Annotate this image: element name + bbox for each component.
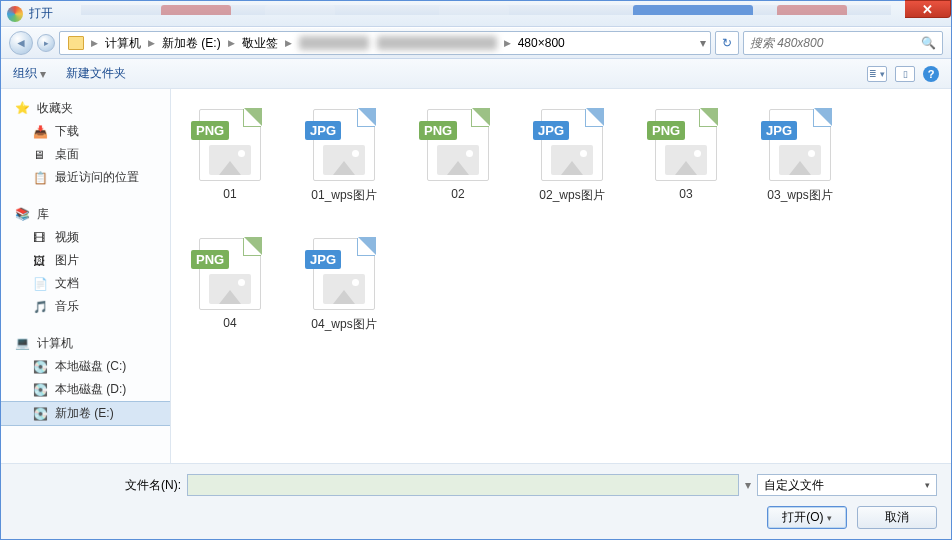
file-thumbnail: JPG bbox=[309, 103, 379, 181]
file-grid: PNG01JPG01_wps图片PNG02JPG02_wps图片PNG03JPG… bbox=[171, 89, 951, 463]
filetype-badge: PNG bbox=[191, 121, 229, 140]
bottom-bar: 文件名(N): ▾ 自定义文件▾ 打开(O) ▾ 取消 bbox=[1, 463, 951, 539]
file-name: 01 bbox=[223, 187, 236, 201]
library-icon: 📚 bbox=[15, 207, 31, 223]
sidebar-item-downloads[interactable]: 📥下载 bbox=[1, 120, 170, 143]
view-options-button[interactable]: ≣ ▾ bbox=[867, 66, 887, 82]
sidebar: ⭐ 收藏夹 📥下载 🖥桌面 📋最近访问的位置 📚 库 🎞视频 🖼图片 📄文档 🎵… bbox=[1, 89, 171, 463]
drive-icon: 💽 bbox=[33, 360, 49, 374]
chevron-down-icon[interactable]: ▾ bbox=[700, 36, 706, 50]
breadcrumb-item[interactable]: 新加卷 (E:) bbox=[158, 32, 225, 54]
filetype-select[interactable]: 自定义文件▾ bbox=[757, 474, 937, 496]
open-button[interactable]: 打开(O) ▾ bbox=[767, 506, 847, 529]
download-icon: 📥 bbox=[33, 125, 49, 139]
video-icon: 🎞 bbox=[33, 231, 49, 245]
sidebar-libraries-header[interactable]: 📚 库 bbox=[1, 203, 170, 226]
file-item[interactable]: PNG03 bbox=[643, 103, 729, 204]
breadcrumb-item[interactable]: 计算机 bbox=[101, 32, 145, 54]
sidebar-favorites-header[interactable]: ⭐ 收藏夹 bbox=[1, 97, 170, 120]
file-thumbnail: PNG bbox=[195, 103, 265, 181]
filename-label: 文件名(N): bbox=[125, 477, 181, 494]
drive-icon: 💽 bbox=[33, 383, 49, 397]
desktop-icon: 🖥 bbox=[33, 148, 49, 162]
sidebar-computer-header[interactable]: 💻 计算机 bbox=[1, 332, 170, 355]
filetype-badge: JPG bbox=[305, 121, 341, 140]
help-icon[interactable]: ? bbox=[923, 66, 939, 82]
nav-bar: ◄ ▸ ▶ 计算机 ▶ 新加卷 (E:) ▶ 敬业签 ▶ ▶ 480×800 ▾… bbox=[1, 27, 951, 59]
file-name: 04 bbox=[223, 316, 236, 330]
forward-button[interactable]: ▸ bbox=[37, 34, 55, 52]
file-name: 03_wps图片 bbox=[767, 187, 832, 204]
refresh-button[interactable]: ↻ bbox=[715, 31, 739, 55]
close-button[interactable]: ✕ bbox=[905, 0, 951, 18]
file-name: 03 bbox=[679, 187, 692, 201]
file-name: 01_wps图片 bbox=[311, 187, 376, 204]
file-item[interactable]: JPG01_wps图片 bbox=[301, 103, 387, 204]
search-icon: 🔍 bbox=[921, 36, 936, 50]
file-item[interactable]: JPG02_wps图片 bbox=[529, 103, 615, 204]
file-item[interactable]: JPG03_wps图片 bbox=[757, 103, 843, 204]
sidebar-item-drive-d[interactable]: 💽本地磁盘 (D:) bbox=[1, 378, 170, 401]
title-bar: 打开 ✕ bbox=[1, 1, 951, 27]
filename-input[interactable] bbox=[187, 474, 739, 496]
app-icon bbox=[7, 6, 23, 22]
recent-icon: 📋 bbox=[33, 171, 49, 185]
pictures-icon: 🖼 bbox=[33, 254, 49, 268]
music-icon: 🎵 bbox=[33, 300, 49, 314]
preview-pane-button[interactable]: ▯ bbox=[895, 66, 915, 82]
file-item[interactable]: JPG04_wps图片 bbox=[301, 232, 387, 333]
filetype-badge: JPG bbox=[533, 121, 569, 140]
filetype-badge: PNG bbox=[191, 250, 229, 269]
file-thumbnail: PNG bbox=[651, 103, 721, 181]
computer-icon: 💻 bbox=[15, 336, 31, 352]
open-dialog: 打开 ✕ ◄ ▸ ▶ 计算机 ▶ 新加卷 (E:) ▶ 敬业签 ▶ ▶ 480×… bbox=[0, 0, 952, 540]
file-item[interactable]: PNG01 bbox=[187, 103, 273, 204]
file-item[interactable]: PNG04 bbox=[187, 232, 273, 333]
file-thumbnail: JPG bbox=[765, 103, 835, 181]
file-thumbnail: PNG bbox=[423, 103, 493, 181]
filetype-badge: PNG bbox=[419, 121, 457, 140]
sidebar-item-recent[interactable]: 📋最近访问的位置 bbox=[1, 166, 170, 189]
breadcrumb-item-censored[interactable] bbox=[373, 32, 501, 54]
search-box[interactable]: 🔍 bbox=[743, 31, 943, 55]
organize-menu[interactable]: 组织 ▾ bbox=[13, 65, 46, 82]
window-title: 打开 bbox=[29, 5, 53, 22]
new-folder-button[interactable]: 新建文件夹 bbox=[66, 65, 126, 82]
chevron-down-icon[interactable]: ▾ bbox=[745, 478, 751, 492]
file-name: 02_wps图片 bbox=[539, 187, 604, 204]
file-name: 04_wps图片 bbox=[311, 316, 376, 333]
sidebar-item-drive-c[interactable]: 💽本地磁盘 (C:) bbox=[1, 355, 170, 378]
file-item[interactable]: PNG02 bbox=[415, 103, 501, 204]
file-name: 02 bbox=[451, 187, 464, 201]
file-thumbnail: JPG bbox=[309, 232, 379, 310]
cancel-button[interactable]: 取消 bbox=[857, 506, 937, 529]
sidebar-item-desktop[interactable]: 🖥桌面 bbox=[1, 143, 170, 166]
file-thumbnail: PNG bbox=[195, 232, 265, 310]
search-input[interactable] bbox=[750, 36, 910, 50]
breadcrumb-item[interactable]: 敬业签 bbox=[238, 32, 282, 54]
filetype-badge: JPG bbox=[305, 250, 341, 269]
breadcrumb[interactable]: ▶ 计算机 ▶ 新加卷 (E:) ▶ 敬业签 ▶ ▶ 480×800 ▾ bbox=[59, 31, 711, 55]
breadcrumb-item[interactable]: 480×800 bbox=[514, 32, 569, 54]
drive-icon: 💽 bbox=[33, 407, 49, 421]
folder-icon bbox=[68, 36, 84, 50]
sidebar-item-videos[interactable]: 🎞视频 bbox=[1, 226, 170, 249]
star-icon: ⭐ bbox=[15, 101, 31, 117]
document-icon: 📄 bbox=[33, 277, 49, 291]
toolbar: 组织 ▾ 新建文件夹 ≣ ▾ ▯ ? bbox=[1, 59, 951, 89]
breadcrumb-item-censored[interactable] bbox=[295, 32, 373, 54]
sidebar-item-documents[interactable]: 📄文档 bbox=[1, 272, 170, 295]
filetype-badge: JPG bbox=[761, 121, 797, 140]
back-button[interactable]: ◄ bbox=[9, 31, 33, 55]
file-thumbnail: JPG bbox=[537, 103, 607, 181]
sidebar-item-drive-e[interactable]: 💽新加卷 (E:) bbox=[1, 401, 170, 426]
filetype-badge: PNG bbox=[647, 121, 685, 140]
sidebar-item-pictures[interactable]: 🖼图片 bbox=[1, 249, 170, 272]
sidebar-item-music[interactable]: 🎵音乐 bbox=[1, 295, 170, 318]
background-tabs bbox=[81, 5, 891, 15]
